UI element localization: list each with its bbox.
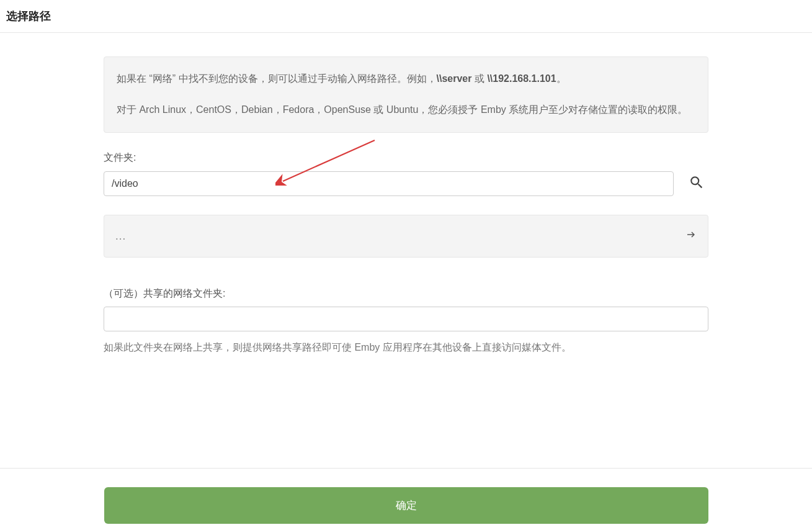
- dialog-body: 如果在 “网络” 中找不到您的设备，则可以通过手动输入网络路径。例如，\\ser…: [104, 33, 708, 397]
- folder-input-wrap: [104, 171, 674, 196]
- info-network-path: 如果在 “网络” 中找不到您的设备，则可以通过手动输入网络路径。例如，\\ser…: [117, 70, 695, 88]
- info-linux-permissions: 对于 Arch Linux，CentOS，Debian，Fedora，OpenS…: [117, 101, 695, 119]
- search-icon: [689, 174, 705, 192]
- browse-up-row[interactable]: ...: [104, 215, 708, 258]
- info-example-ip: \\192.168.1.101: [487, 73, 556, 84]
- info-example-server: \\server: [437, 73, 472, 84]
- dialog-title: 选择路径: [6, 9, 806, 24]
- folder-label: 文件夹:: [104, 151, 708, 164]
- info-panel: 如果在 “网络” 中找不到您的设备，则可以通过手动输入网络路径。例如，\\ser…: [104, 56, 708, 133]
- browse-up-label: ...: [115, 230, 126, 243]
- folder-input[interactable]: [104, 171, 674, 196]
- network-hint: 如果此文件夹在网络上共享，则提供网络共享路径即可使 Emby 应用程序在其他设备…: [104, 340, 708, 355]
- dialog-header: 选择路径: [0, 0, 812, 33]
- folder-field-group: 文件夹:: [104, 151, 708, 196]
- info-text-or: 或: [471, 73, 487, 84]
- arrow-right-icon: [685, 229, 697, 243]
- network-field-group: （可选）共享的网络文件夹: 如果此文件夹在网络上共享，则提供网络共享路径即可使 …: [104, 287, 708, 355]
- search-button[interactable]: [685, 171, 708, 196]
- network-path-input[interactable]: [104, 307, 708, 331]
- folder-input-row: [104, 171, 708, 196]
- network-label: （可选）共享的网络文件夹:: [104, 287, 708, 300]
- info-text-suffix: 。: [556, 73, 566, 84]
- info-text: 如果在 “网络” 中找不到您的设备，则可以通过手动输入网络路径。例如，: [117, 73, 437, 84]
